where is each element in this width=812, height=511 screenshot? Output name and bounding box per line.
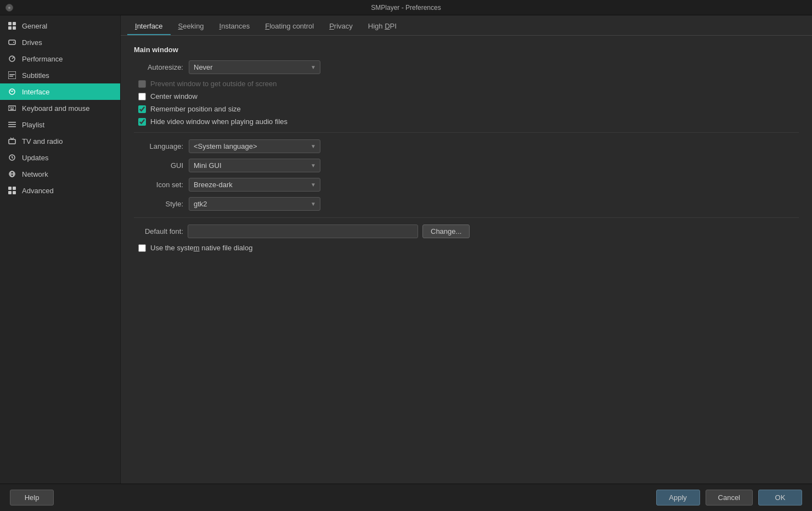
close-button[interactable]: ●: [5, 4, 13, 12]
tab-interface[interactable]: Interface: [127, 19, 171, 35]
sidebar-item-subtitles[interactable]: Subtitles: [0, 67, 120, 83]
tab-seeking[interactable]: Seeking: [171, 19, 212, 35]
sidebar-item-tv-radio[interactable]: TV and radio: [0, 133, 120, 149]
prevent-window-checkbox[interactable]: [138, 80, 146, 88]
sidebar-item-advanced-label: Advanced: [22, 187, 54, 195]
sidebar-item-drives[interactable]: Drives: [0, 34, 120, 50]
center-window-row: Center window: [134, 92, 799, 100]
autoresize-dropdown[interactable]: Never Always On first show: [189, 60, 320, 74]
svg-rect-15: [13, 108, 14, 109]
tv-radio-icon: [8, 137, 16, 145]
keyboard-icon: [8, 104, 16, 113]
system-native-checkbox[interactable]: [138, 244, 146, 252]
performance-icon: [8, 54, 16, 63]
svg-rect-16: [10, 109, 14, 110]
gui-dropdown-wrapper: Mini GUI Default GUI Mpc GUI ▼: [189, 159, 320, 172]
sidebar-item-playlist-label: Playlist: [22, 121, 44, 129]
svg-rect-17: [8, 122, 16, 123]
svg-rect-5: [13, 42, 14, 43]
style-dropdown-wrapper: gtk2 fusion windows ▼: [189, 197, 320, 211]
titlebar: ● SMPlayer - Preferences: [0, 0, 812, 15]
sidebar-item-performance[interactable]: Performance: [0, 50, 120, 67]
svg-rect-27: [8, 187, 12, 190]
sidebar-item-general[interactable]: General: [0, 18, 120, 34]
tab-seeking-label: Seeking: [178, 22, 204, 30]
svg-rect-10: [9, 76, 13, 77]
sidebar-item-interface-label: Interface: [22, 88, 50, 96]
tab-high-dpi[interactable]: High DPI: [360, 19, 404, 35]
language-dropdown[interactable]: <System language>: [189, 139, 320, 153]
hide-video-label: Hide video window when playing audio fil…: [150, 117, 287, 126]
icon-set-row: Icon set: Breeze-dark Breeze Oxygen ▼: [134, 178, 799, 192]
sidebar-item-performance-label: Performance: [22, 55, 63, 63]
cancel-button[interactable]: Cancel: [706, 490, 753, 506]
system-native-row: Use the system native file dialog: [134, 244, 799, 252]
center-window-checkbox[interactable]: [138, 93, 146, 100]
icon-set-dropdown[interactable]: Breeze-dark Breeze Oxygen: [189, 178, 320, 192]
tab-floating-control-label: Floating control: [265, 22, 314, 30]
bottom-bar-left: Help: [10, 490, 651, 506]
change-font-button[interactable]: Change...: [422, 224, 470, 238]
gui-dropdown[interactable]: Mini GUI Default GUI Mpc GUI: [189, 159, 320, 172]
tab-instances[interactable]: Instances: [212, 19, 258, 35]
playlist-icon: [8, 120, 16, 129]
sidebar-item-playlist[interactable]: Playlist: [0, 116, 120, 133]
style-dropdown[interactable]: gtk2 fusion windows: [189, 197, 320, 211]
autoresize-dropdown-wrapper: Never Always On first show ▼: [189, 60, 320, 74]
style-row: Style: gtk2 fusion windows ▼: [134, 197, 799, 211]
subtitles-icon: [8, 71, 16, 80]
center-window-label: Center window: [150, 92, 198, 100]
sidebar-item-keyboard-label: Keyboard and mouse: [22, 104, 90, 113]
help-button[interactable]: Help: [10, 490, 54, 506]
tab-instances-label: Instances: [219, 22, 250, 30]
remember-position-row: Remember position and size: [134, 105, 799, 113]
sidebar-item-drives-label: Drives: [22, 38, 42, 47]
autoresize-row: Autoresize: Never Always On first show ▼: [134, 60, 799, 74]
sidebar-item-general-label: General: [22, 22, 47, 30]
svg-rect-8: [8, 71, 16, 79]
sidebar-item-advanced[interactable]: Advanced: [0, 182, 120, 199]
sidebar-item-network[interactable]: Network: [0, 166, 120, 182]
sidebar-item-keyboard[interactable]: Keyboard and mouse: [0, 100, 120, 116]
window-title: SMPlayer - Preferences: [371, 4, 441, 12]
default-font-input[interactable]: [188, 224, 418, 238]
general-icon: [8, 21, 16, 30]
tab-floating-control[interactable]: Floating control: [257, 19, 322, 35]
gui-row: GUI Mini GUI Default GUI Mpc GUI ▼: [134, 159, 799, 172]
interface-icon: [8, 87, 16, 96]
autoresize-label: Autoresize:: [134, 63, 183, 71]
svg-rect-14: [11, 108, 12, 109]
sidebar-item-interface[interactable]: Interface: [0, 83, 120, 100]
hide-video-checkbox[interactable]: [138, 118, 146, 126]
sidebar-item-updates[interactable]: Updates: [0, 149, 120, 166]
svg-rect-28: [13, 187, 16, 190]
remember-position-checkbox[interactable]: [138, 105, 146, 113]
drives-icon: [8, 38, 16, 47]
updates-icon: [8, 153, 16, 162]
language-row: Language: <System language> ▼: [134, 139, 799, 153]
advanced-icon: [8, 186, 16, 195]
tab-privacy[interactable]: Privacy: [322, 19, 360, 35]
prevent-window-row: Prevent window to get outside of screen: [134, 80, 799, 88]
svg-rect-9: [9, 74, 15, 75]
sidebar-item-updates-label: Updates: [22, 154, 48, 162]
svg-rect-13: [9, 108, 10, 109]
tab-high-dpi-label: High DPI: [368, 22, 397, 30]
panel: Main window Autoresize: Never Always On …: [121, 36, 812, 484]
ok-button[interactable]: OK: [758, 490, 802, 506]
tab-privacy-label: Privacy: [329, 22, 353, 30]
main-container: General Drives Performance Subtitles Int…: [0, 15, 812, 484]
gui-label: GUI: [134, 161, 183, 170]
svg-rect-4: [9, 40, 15, 44]
sidebar-item-subtitles-label: Subtitles: [22, 71, 49, 80]
apply-button[interactable]: Apply: [656, 490, 700, 506]
hide-video-row: Hide video window when playing audio fil…: [134, 117, 799, 126]
svg-rect-29: [8, 191, 12, 194]
icon-set-label: Icon set:: [134, 181, 183, 189]
svg-rect-18: [8, 124, 16, 125]
svg-rect-12: [8, 106, 16, 110]
language-label: Language:: [134, 142, 183, 150]
tabs-bar: Interface Seeking Instances Floating con…: [121, 15, 812, 36]
network-icon: [8, 170, 16, 178]
svg-rect-0: [8, 22, 12, 25]
